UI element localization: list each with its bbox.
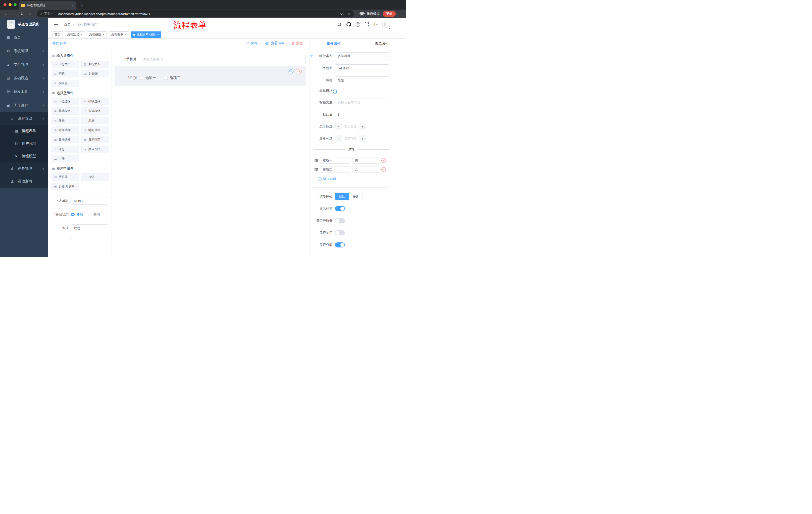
add-option-button[interactable]: + 添加选项	[318, 177, 389, 181]
app-logo[interactable]: 芋道管理系统	[0, 18, 48, 31]
palette-item-row-container[interactable]: ◫行容器	[52, 173, 79, 181]
fullscreen-icon[interactable]	[365, 22, 369, 26]
tag-close-icon[interactable]: ×	[157, 33, 159, 36]
palette-item-checkbox-group[interactable]: ☑多选框组	[81, 107, 109, 115]
tag-process-form-edit[interactable]: 流程表单-编辑 ×	[131, 31, 162, 38]
with-border-switch[interactable]	[335, 218, 345, 223]
sidebar-item-payment-management[interactable]: ¥ 支付管理 ∨	[0, 58, 48, 72]
show-label-switch[interactable]	[335, 206, 345, 211]
security-indicator[interactable]: ⚠ 不安全	[40, 12, 54, 16]
min-select-value[interactable]: 至少应选	[342, 123, 359, 130]
sidebar-item-process-form[interactable]: ▤ 流程表单	[0, 125, 48, 137]
link-icon[interactable]	[310, 53, 314, 57]
tag-process-definition[interactable]: 流程定义 ×	[65, 31, 85, 38]
sidebar-item-process-management[interactable]: ≡ 流程管理 ∧	[0, 112, 48, 125]
search-icon[interactable]	[338, 22, 342, 27]
sidebar-item-leave-query[interactable]: ♙ 请假查询	[0, 175, 48, 188]
decrement-icon[interactable]: −	[335, 123, 342, 130]
address-bar[interactable]: ⚠ 不安全 dashboard.yudao.iocoder.cn/bpm/man…	[37, 10, 354, 17]
title-input[interactable]	[335, 77, 389, 84]
palette-item-slider[interactable]: ⇔滑块	[81, 117, 109, 124]
tag-home[interactable]: 首页	[52, 31, 63, 38]
palette-item-date-picker[interactable]: ▦日期选择	[52, 136, 79, 143]
tab-component-properties[interactable]: 组件属性	[310, 39, 358, 48]
drag-handle-icon[interactable]	[314, 159, 318, 162]
forward-icon[interactable]: →	[10, 12, 18, 16]
status-radio-off[interactable]: 关闭	[88, 212, 100, 217]
option-value-input[interactable]	[352, 166, 379, 173]
tag-process-form[interactable]: 流程表单 ×	[109, 31, 129, 38]
checkbox-icon[interactable]	[164, 76, 168, 80]
sidebar-item-system-management[interactable]: ⚙ 系统管理 ∨	[0, 44, 48, 58]
tag-close-icon[interactable]: ×	[103, 33, 105, 36]
decrement-icon[interactable]: −	[335, 135, 342, 142]
tab-close-icon[interactable]: ×	[72, 3, 74, 7]
palette-item-time-range[interactable]: ◶时间范围	[81, 127, 109, 134]
option-style-button-button[interactable]: 按钮	[349, 193, 363, 200]
window-minimize-button[interactable]	[8, 3, 11, 6]
option-style-default-button[interactable]: 默认	[335, 193, 349, 200]
window-close-button[interactable]	[3, 3, 6, 6]
sidebar-item-dev-tools[interactable]: ⚒ 研发工具 ∨	[0, 85, 48, 99]
github-icon[interactable]	[346, 22, 351, 27]
palette-item-color-picker[interactable]: ◑颜色选择	[81, 145, 109, 153]
form-remark-textarea[interactable]: 嘿嘿	[71, 224, 108, 239]
clear-button[interactable]: 清空	[291, 41, 303, 46]
palette-item-single-line-text[interactable]: ▭单行文本	[52, 61, 79, 68]
tag-close-icon[interactable]: ×	[125, 33, 127, 36]
drag-handle-icon[interactable]	[314, 168, 318, 171]
remove-option-icon[interactable]: −	[381, 158, 386, 163]
sidebar-item-home[interactable]: ▦ 首页	[0, 31, 48, 44]
browser-update-button[interactable]: 更新	[383, 11, 396, 17]
sidebar-item-infrastructure[interactable]: ⊟ 基础设施 ∨	[0, 72, 48, 85]
disabled-switch[interactable]	[335, 231, 345, 235]
max-select-value[interactable]: 最多可选	[342, 135, 359, 142]
canvas-widget-gender-selected[interactable]: *性别 选项一 选项二	[115, 65, 306, 86]
component-type-select[interactable]	[335, 52, 389, 60]
option-value-input[interactable]	[352, 157, 379, 164]
palette-item-button[interactable]: ▢按钮	[81, 173, 109, 181]
field-name-input[interactable]	[335, 64, 389, 72]
canvas-widget-phone[interactable]: *手机号	[115, 55, 306, 64]
slider-handle[interactable]	[333, 89, 337, 93]
save-button[interactable]: ✓ 保存	[246, 41, 258, 46]
user-menu-caret-icon[interactable]: ▾	[389, 27, 390, 30]
breadcrumb-home[interactable]: 首页	[64, 22, 71, 27]
label-width-input[interactable]	[335, 99, 389, 106]
increment-icon[interactable]: +	[359, 123, 366, 130]
gender-option-1[interactable]: 选项一	[140, 76, 156, 80]
palette-item-cascader[interactable]: ⋔级联选择	[81, 98, 109, 105]
tag-close-icon[interactable]: ×	[81, 33, 83, 36]
palette-item-radio-group[interactable]: ◉单选框组	[52, 107, 79, 115]
back-icon[interactable]: ←	[2, 12, 9, 16]
view-json-button[interactable]: 查看json	[265, 41, 284, 46]
new-tab-button[interactable]: +	[80, 2, 83, 8]
sidebar-item-user-group[interactable]: ⚇ 用户分组	[0, 137, 48, 150]
palette-item-editor[interactable]: ✎编辑器	[52, 80, 79, 87]
palette-item-password[interactable]: ⊡密码	[52, 70, 79, 77]
palette-item-rate[interactable]: ☆评分	[52, 145, 79, 153]
url-text[interactable]: dashboard.yudao.iocoder.cn/bpm/manager/f…	[58, 12, 338, 16]
status-radio-on[interactable]: 开启	[71, 212, 83, 217]
required-switch[interactable]	[335, 242, 345, 247]
sidebar-item-process-model[interactable]: ➤ 流程模型	[0, 150, 48, 162]
checkbox-icon[interactable]	[140, 76, 143, 80]
form-name-input[interactable]	[71, 197, 108, 205]
palette-item-upload[interactable]: ☁上传	[52, 155, 79, 162]
palette-item-date-range[interactable]: ▩日期范围	[81, 136, 109, 143]
browser-menu-icon[interactable]: ⋮	[398, 11, 402, 16]
palette-item-multiline-text[interactable]: ▤多行文本	[81, 61, 109, 68]
increment-icon[interactable]: +	[359, 135, 366, 142]
palette-item-select[interactable]: ◎下拉选择	[52, 98, 79, 105]
sidebar-toggle-icon[interactable]	[54, 22, 58, 26]
sidebar-item-task-management[interactable]: ⋔ 任务管理 ∨	[0, 162, 48, 175]
window-zoom-button[interactable]	[13, 3, 17, 6]
font-size-icon[interactable]: TT	[374, 22, 378, 27]
bookmark-star-icon[interactable]: ☆	[347, 12, 351, 16]
reload-icon[interactable]: ↻	[19, 11, 26, 16]
option-text-input[interactable]	[320, 166, 350, 173]
default-value-input[interactable]	[335, 111, 389, 118]
copy-widget-button[interactable]	[288, 68, 293, 74]
gender-option-2[interactable]: 选项二	[164, 76, 180, 80]
delete-widget-button[interactable]	[296, 68, 301, 74]
